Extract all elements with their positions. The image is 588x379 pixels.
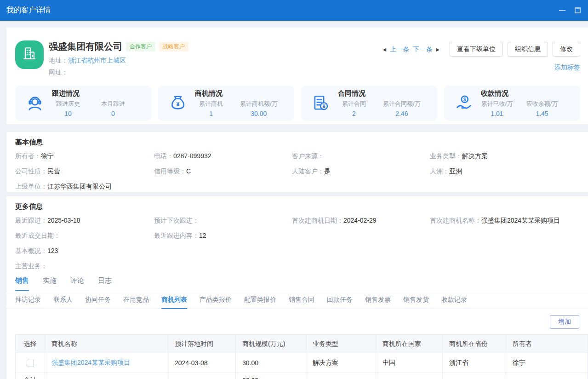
field-owner: 所有者：徐宁 <box>15 151 154 161</box>
subtab-competitors[interactable]: 在用竞品 <box>123 296 149 309</box>
stat-card-contract: ¥ 合同情况 累计合同 2 累计合同额/万 2.46 <box>301 86 437 121</box>
tab-implementation[interactable]: 实施 <box>43 276 57 291</box>
headset-person-icon <box>25 94 45 113</box>
total-label: 合计 <box>16 373 45 379</box>
company-avatar <box>15 40 44 69</box>
svg-text:¥: ¥ <box>323 103 325 109</box>
money-bag-icon: ¥ <box>168 94 188 113</box>
more-info-card: 更多信息 最近跟进：2025-03-18 预计下次跟进： 首次建商机日期：202… <box>6 196 588 379</box>
field-first-opportunity-date: 首次建商机日期：2024-02-29 <box>292 216 430 225</box>
cell-business-type: 解决方案 <box>306 353 376 373</box>
tab-comments[interactable]: 评论 <box>70 276 84 291</box>
subtab-sales-contracts[interactable]: 销售合同 <box>289 296 314 309</box>
address-link[interactable]: 浙江省杭州市上城区 <box>68 57 126 64</box>
row-checkbox[interactable] <box>27 360 34 367</box>
table-toolbar: 增加 <box>6 309 588 334</box>
stat-card-payment: $ 收款情况 累计已收/万 1.01 应收余额/万 1.4 <box>444 86 580 121</box>
sub-tabs: 拜访记录 联系人 协同任务 在用竞品 商机列表 产品类报价 配置类报价 销售合同… <box>6 291 588 309</box>
subtab-sales-invoices[interactable]: 销售发票 <box>365 296 391 309</box>
tab-sales[interactable]: 销售 <box>15 276 29 291</box>
contract-document-icon: ¥ <box>311 94 331 113</box>
field-company-nature: 公司性质：民营 <box>15 167 154 176</box>
metric-receivable-balance: 应收余额/万 1.45 <box>526 100 558 117</box>
subtab-product-quotes[interactable]: 产品类报价 <box>200 296 232 309</box>
subtab-sales-shipments[interactable]: 销售发货 <box>403 296 429 309</box>
field-credit-rating: 信用等级：C <box>154 167 292 176</box>
prev-arrow-icon[interactable]: ◀ <box>383 47 387 52</box>
header-opportunity-name: 商机名称 <box>45 335 168 353</box>
subtab-collab-tasks[interactable]: 协同任务 <box>85 296 111 309</box>
header-business-type: 业务类型 <box>306 335 376 353</box>
field-basic-overview: 基本概况：123 <box>15 246 580 255</box>
opportunity-name-link[interactable]: 强盛集团2024某某采购项目 <box>51 359 130 366</box>
view-subordinate-button[interactable]: 查看下级单位 <box>450 42 503 57</box>
metric-follow-history: 跟进历史 10 <box>52 100 84 117</box>
customer-header-card: 强盛集团有限公司 合作客户 战略客户 地址：浙江省杭州市上城区 网址： ◀ 上一… <box>6 28 588 124</box>
basic-info-title: 基本信息 <box>15 138 580 147</box>
tab-logs[interactable]: 日志 <box>98 276 112 291</box>
svg-text:$: $ <box>463 96 466 102</box>
org-info-button[interactable]: 组织信息 <box>508 42 548 57</box>
header-expected-date: 预计落地时间 <box>168 335 236 353</box>
subtab-config-quotes[interactable]: 配置类报价 <box>244 296 276 309</box>
field-last-deal-date: 最近成交日期： <box>15 231 154 240</box>
header-country: 商机所在国家 <box>376 335 443 353</box>
field-last-followup-content: 最近跟进内容：12 <box>154 231 292 240</box>
cell-owner: 徐宁 <box>506 353 588 373</box>
subtab-opportunity-list[interactable]: 商机列表 <box>161 296 187 309</box>
field-parent-unit: 上级单位：江苏华西集团有限公司 <box>15 182 154 191</box>
maximize-icon[interactable] <box>575 7 581 13</box>
metric-total-contracts: 累计合同 2 <box>338 100 370 117</box>
svg-text:¥: ¥ <box>177 101 180 107</box>
subtab-receipt-records[interactable]: 收款记录 <box>441 296 467 309</box>
header-select: 选择 <box>16 335 45 353</box>
customer-tag-strategic: 战略客户 <box>159 42 188 51</box>
field-first-opportunity-name: 首次建商机名称：强盛集团2024某某采购项目 <box>430 216 580 225</box>
building-icon <box>20 45 39 65</box>
field-last-followup: 最近跟进：2025-03-18 <box>15 216 154 225</box>
hand-coin-icon: $ <box>454 94 474 113</box>
stat-card-followup: 跟进情况 跟进历史 10 本月跟进 0 <box>15 86 151 121</box>
table-header-row: 选择 商机名称 预计落地时间 商机规模(万元) 业务类型 商机所在国家 商机所在… <box>16 335 588 353</box>
metric-contract-amount: 累计合同额/万 2.46 <box>383 100 421 117</box>
field-continent: 大洲：亚洲 <box>430 167 580 176</box>
add-tag-link[interactable]: 添加标签 <box>383 63 580 72</box>
more-info-title: 更多信息 <box>15 202 580 211</box>
prev-record-link[interactable]: 上一条 <box>390 46 409 54</box>
more-info-grid: 最近跟进：2025-03-18 预计下次跟进： 首次建商机日期：2024-02-… <box>15 216 580 270</box>
cell-scale: 30.00 <box>236 353 306 373</box>
next-record-link[interactable]: 下一条 <box>413 46 432 54</box>
field-next-followup: 预计下次跟进： <box>154 216 292 225</box>
header-owner: 所有者 <box>506 335 588 353</box>
header-province: 商机所在省份 <box>443 335 506 353</box>
company-name: 强盛集团有限公司 <box>49 40 122 53</box>
window-title: 我的客户详情 <box>6 6 51 15</box>
website-label: 网址： <box>49 69 68 76</box>
cell-expected-date: 2024-03-08 <box>168 353 236 373</box>
stat-title: 合同情况 <box>338 89 421 98</box>
stat-card-opportunity: ¥ 商机情况 累计商机 1 累计商机额/万 30.00 <box>158 86 294 121</box>
add-button[interactable]: 增加 <box>550 315 579 329</box>
table-total-row: 合计 30.00 <box>16 373 588 379</box>
field-business-type: 业务类型：解决方案 <box>430 151 580 161</box>
metric-total-opportunities: 累计商机 1 <box>195 100 227 117</box>
field-phone: 电话：0287-099932 <box>154 151 292 161</box>
subtab-contacts[interactable]: 联系人 <box>53 296 73 309</box>
window-controls <box>559 7 581 13</box>
metric-received-amount: 累计已收/万 1.01 <box>481 100 513 117</box>
subtab-visit-records[interactable]: 拜访记录 <box>15 296 41 309</box>
customer-tag-cooperative: 合作客户 <box>126 42 155 51</box>
table-row: 强盛集团2024某某采购项目 2024-03-08 30.00 解决方案 中国 … <box>16 353 588 373</box>
stat-title: 商机情况 <box>195 89 278 98</box>
cell-province: 浙江省 <box>443 353 506 373</box>
subtab-payment-tasks[interactable]: 回款任务 <box>327 296 353 309</box>
metric-month-follow: 本月跟进 0 <box>97 100 129 117</box>
basic-info-grid: 所有者：徐宁 电话：0287-099932 客户来源： 业务类型：解决方案 公司… <box>15 151 580 191</box>
next-arrow-icon[interactable]: ▶ <box>436 47 440 52</box>
modify-button[interactable]: 修改 <box>553 42 580 57</box>
minimize-icon[interactable] <box>559 10 565 11</box>
cell-country: 中国 <box>376 353 443 373</box>
stat-cards-row: 跟进情况 跟进历史 10 本月跟进 0 <box>15 86 580 121</box>
stat-title: 收款情况 <box>481 89 558 98</box>
page-body: 强盛集团有限公司 合作客户 战略客户 地址：浙江省杭州市上城区 网址： ◀ 上一… <box>0 21 588 379</box>
